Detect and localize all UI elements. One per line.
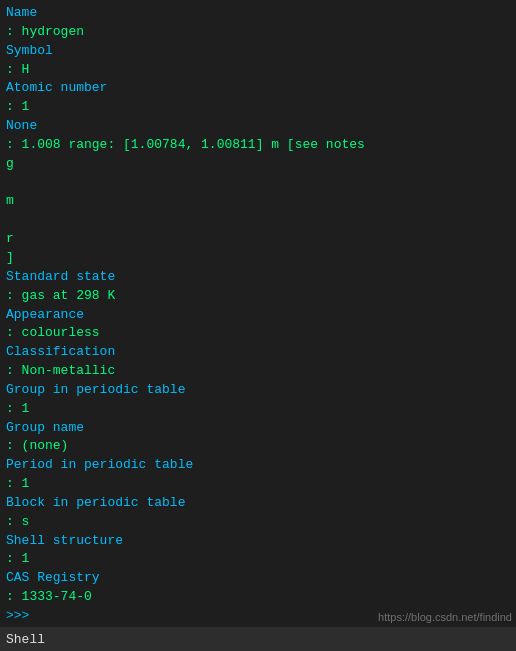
terminal-line: g <box>6 155 510 174</box>
terminal-line: Name <box>6 4 510 23</box>
terminal-line: : 1.008 range: [1.00784, 1.00811] m [see… <box>6 136 510 155</box>
terminal-line: Group in periodic table <box>6 381 510 400</box>
terminal-line: : gas at 298 K <box>6 287 510 306</box>
terminal-line: : (none) <box>6 437 510 456</box>
terminal-line: Classification <box>6 343 510 362</box>
terminal-line: : 1333-74-0 <box>6 588 510 607</box>
terminal-line: CAS Registry <box>6 569 510 588</box>
terminal-line: Period in periodic table <box>6 456 510 475</box>
terminal-line: : H <box>6 61 510 80</box>
terminal-line <box>6 174 510 193</box>
terminal-line: m <box>6 192 510 211</box>
shell-label: Shell <box>6 632 45 647</box>
terminal-line: Appearance <box>6 306 510 325</box>
terminal-line: None <box>6 117 510 136</box>
terminal-line: Symbol <box>6 42 510 61</box>
terminal-line: ] <box>6 249 510 268</box>
terminal-line: : 1 <box>6 475 510 494</box>
terminal-line: Shell structure <box>6 532 510 551</box>
terminal-line: : 1 <box>6 400 510 419</box>
shell-bar: Shell <box>0 627 516 651</box>
terminal-line: : 1 <box>6 550 510 569</box>
terminal-line: Standard state <box>6 268 510 287</box>
terminal-line: : s <box>6 513 510 532</box>
terminal-line: Group name <box>6 419 510 438</box>
terminal-line: : colourless <box>6 324 510 343</box>
terminal-line: : 1 <box>6 98 510 117</box>
terminal-line: : Non-metallic <box>6 362 510 381</box>
terminal-window: Name: hydrogenSymbol: HAtomic number: 1N… <box>0 0 516 651</box>
terminal-line: : hydrogen <box>6 23 510 42</box>
terminal-line: Atomic number <box>6 79 510 98</box>
watermark: https://blog.csdn.net/findind <box>378 611 512 623</box>
terminal-line: r <box>6 230 510 249</box>
terminal-line <box>6 211 510 230</box>
terminal-line: Block in periodic table <box>6 494 510 513</box>
